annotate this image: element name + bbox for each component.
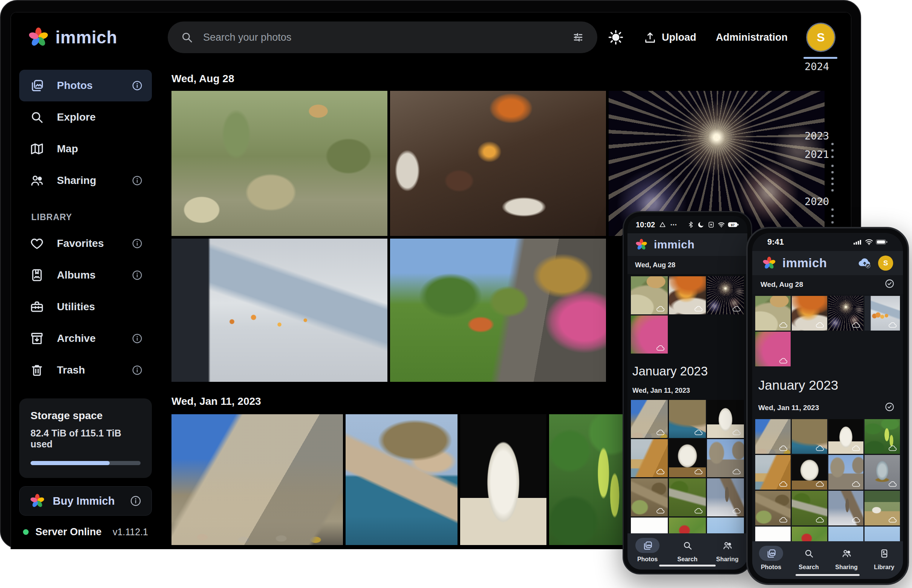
photo-monkeys[interactable] bbox=[631, 276, 668, 314]
photo-autumn[interactable] bbox=[390, 239, 606, 382]
sidebar-item-albums[interactable]: Albums bbox=[19, 259, 152, 291]
tab-photos[interactable]: Photos bbox=[759, 541, 783, 571]
immich-logo[interactable]: immich bbox=[27, 26, 117, 48]
tab-search[interactable]: Search bbox=[797, 541, 821, 571]
sidebar-item-label: Map bbox=[57, 143, 143, 155]
photo-fireworks[interactable] bbox=[828, 296, 864, 331]
photo-lizard2[interactable] bbox=[669, 478, 706, 516]
home-indicator[interactable] bbox=[796, 574, 860, 576]
home-indicator[interactable] bbox=[659, 565, 716, 567]
cloud-backup-icon bbox=[888, 517, 897, 523]
photo-ruins[interactable] bbox=[828, 455, 864, 489]
photo-autumn[interactable] bbox=[631, 315, 668, 354]
cloud-backup-icon bbox=[656, 345, 665, 351]
photo-beach[interactable] bbox=[755, 455, 791, 489]
upload-icon bbox=[644, 31, 657, 44]
photo-plane[interactable] bbox=[828, 527, 864, 541]
upload-button[interactable]: Upload bbox=[644, 31, 696, 44]
photo-fireworks[interactable] bbox=[707, 276, 744, 314]
theme-toggle-sun-icon[interactable] bbox=[607, 29, 624, 45]
photo-coastal[interactable] bbox=[345, 414, 457, 545]
photo-ruins[interactable] bbox=[707, 439, 744, 477]
month-header: January 2023 bbox=[633, 364, 747, 378]
tab-photos[interactable]: Photos bbox=[635, 533, 660, 563]
photo-hands[interactable] bbox=[171, 239, 387, 382]
photo-tower[interactable] bbox=[707, 478, 744, 516]
select-check-circle-icon[interactable] bbox=[885, 279, 895, 291]
photo-lizard1[interactable] bbox=[755, 491, 791, 525]
photo-plane[interactable] bbox=[707, 517, 744, 533]
photo-coastal[interactable] bbox=[792, 419, 827, 454]
photo-castle[interactable] bbox=[171, 414, 343, 545]
tab-library[interactable]: Library bbox=[872, 541, 896, 571]
info-icon[interactable] bbox=[130, 495, 142, 507]
sidebar-item-archive[interactable]: Archive bbox=[19, 323, 152, 354]
cloud-backup-icon bbox=[815, 481, 825, 487]
photo-dinner[interactable] bbox=[669, 276, 706, 314]
photo-sculpture[interactable] bbox=[828, 419, 864, 454]
photo-sky[interactable] bbox=[865, 527, 900, 541]
photo-grid bbox=[628, 276, 747, 354]
photo-lizard2[interactable] bbox=[792, 491, 827, 525]
info-icon[interactable] bbox=[132, 238, 143, 249]
photo-snow[interactable] bbox=[755, 527, 791, 541]
scrubber-year-2021[interactable]: 2021 bbox=[805, 149, 829, 160]
photo-snow[interactable] bbox=[631, 517, 668, 533]
date-group-header: Wed, Aug 28 bbox=[171, 73, 851, 85]
photo-berries[interactable] bbox=[865, 419, 900, 454]
ios-status-bar: 9:41 bbox=[752, 233, 903, 251]
photos-icon bbox=[635, 538, 660, 553]
sidebar-item-sharing[interactable]: Sharing bbox=[19, 165, 152, 196]
photo-sculpture[interactable] bbox=[460, 414, 546, 545]
info-icon[interactable] bbox=[132, 333, 143, 344]
photo-castle[interactable] bbox=[631, 400, 668, 438]
photo-pomegranate[interactable] bbox=[792, 527, 827, 541]
photo-head[interactable] bbox=[669, 439, 706, 477]
info-icon[interactable] bbox=[132, 365, 143, 376]
info-icon[interactable] bbox=[132, 270, 143, 281]
photo-dinner[interactable] bbox=[390, 91, 606, 236]
photo-autumn[interactable] bbox=[755, 332, 791, 367]
photo-dinner[interactable] bbox=[792, 296, 827, 331]
tab-sharing[interactable]: Sharing bbox=[835, 541, 859, 571]
scrubber-year-2020[interactable]: 2020 bbox=[805, 195, 829, 207]
trash-icon bbox=[30, 363, 44, 377]
photo-ornament[interactable] bbox=[865, 455, 900, 489]
photo-castle[interactable] bbox=[755, 419, 791, 454]
sidebar-item-explore[interactable]: Explore bbox=[19, 102, 152, 133]
sidebar-item-map[interactable]: Map bbox=[19, 133, 152, 165]
filter-sliders-icon[interactable] bbox=[572, 31, 584, 44]
buy-immich-button[interactable]: Buy Immich bbox=[19, 486, 152, 515]
photo-hands[interactable] bbox=[865, 296, 900, 331]
cloud-backup-icon bbox=[732, 508, 741, 514]
photo-monkeys[interactable] bbox=[171, 91, 387, 236]
scrubber-year-2024[interactable]: 2024 bbox=[805, 61, 829, 73]
search-input[interactable]: Search your photos bbox=[203, 32, 562, 44]
sidebar-item-trash[interactable]: Trash bbox=[19, 354, 152, 386]
search-bar[interactable]: Search your photos bbox=[168, 21, 597, 53]
photo-coastal[interactable] bbox=[669, 400, 706, 438]
library-section-label: LIBRARY bbox=[31, 212, 152, 222]
cloud-backup-icon bbox=[732, 429, 741, 436]
photo-monkeys[interactable] bbox=[755, 296, 791, 331]
user-avatar[interactable]: S bbox=[878, 255, 893, 271]
photo-tower[interactable] bbox=[828, 491, 864, 525]
photo-farm[interactable] bbox=[865, 491, 900, 525]
administration-link[interactable]: Administration bbox=[716, 32, 788, 44]
tab-search[interactable]: Search bbox=[675, 533, 699, 563]
scrubber-year-2023[interactable]: 2023 bbox=[805, 130, 829, 142]
sidebar-item-favorites[interactable]: Favorites bbox=[19, 228, 152, 259]
sidebar-item-photos[interactable]: Photos bbox=[19, 70, 152, 102]
sidebar-item-utilities[interactable]: Utilities bbox=[19, 291, 152, 323]
backup-cloud-icon[interactable] bbox=[858, 257, 872, 269]
photo-head[interactable] bbox=[792, 455, 827, 489]
tab-label: Photos bbox=[637, 556, 658, 563]
info-icon[interactable] bbox=[132, 80, 143, 91]
select-check-circle-icon[interactable] bbox=[885, 402, 895, 414]
photo-beach[interactable] bbox=[631, 439, 668, 477]
photo-pomegranate[interactable] bbox=[669, 517, 706, 533]
tab-sharing[interactable]: Sharing bbox=[715, 533, 739, 563]
info-icon[interactable] bbox=[132, 175, 143, 186]
photo-sculpture[interactable] bbox=[707, 400, 744, 438]
photo-lizard1[interactable] bbox=[631, 478, 668, 516]
